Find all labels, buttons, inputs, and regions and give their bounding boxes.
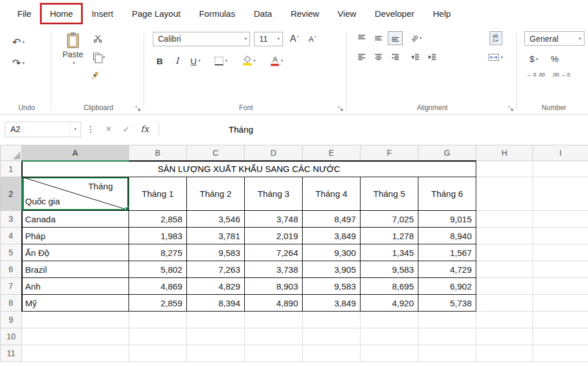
cancel-button[interactable]: × [100,124,117,134]
cell-B8[interactable]: 2,859 [129,295,187,312]
cell-F6[interactable]: 9,583 [361,261,418,278]
cell-D8[interactable]: 4,890 [245,295,303,312]
cell-G11[interactable] [418,345,476,362]
decrease-font-size-button[interactable]: Aˇ [306,32,319,46]
select-all-button[interactable] [1,145,22,161]
tab-view[interactable]: View [328,3,365,24]
cell-H2[interactable] [476,177,533,211]
cell-I3[interactable] [533,211,588,228]
increase-font-size-button[interactable]: Aˆ [287,31,302,46]
cell-G10[interactable] [418,328,476,345]
cell-G6[interactable]: 4,729 [418,261,476,278]
cell-I9[interactable] [533,312,588,328]
cell-G2[interactable]: Tháng 6 [418,177,476,211]
cell-C4[interactable]: 3,781 [187,228,245,244]
cell-B5[interactable]: 8,275 [129,244,187,261]
column-header-F[interactable]: F [361,145,418,161]
row-header-10[interactable]: 10 [1,328,22,345]
tab-page-layout[interactable]: Page Layout [123,3,190,24]
tab-developer[interactable]: Developer [366,3,424,24]
redo-button[interactable]: ↷▾ [9,56,28,71]
cell-H8[interactable] [476,295,533,312]
tab-data[interactable]: Data [244,3,281,24]
tab-review[interactable]: Review [281,3,328,24]
bold-button[interactable]: B [153,54,167,68]
cell-H9[interactable] [476,312,533,328]
cell-H3[interactable] [476,211,533,228]
formula-input[interactable]: Tháng [164,125,583,134]
cell-A2-selected[interactable]: ThángQuốc gia [22,177,129,211]
cell-C2[interactable]: Tháng 2 [187,177,245,211]
row-header-1[interactable]: 1 [1,161,22,177]
row-header-2[interactable]: 2 [1,177,22,211]
merge-center-button[interactable]: ▾ [486,52,506,63]
cell-B4[interactable]: 1,983 [129,228,187,244]
cell-A5[interactable]: Ấn Độ [22,244,129,261]
percent-style-button[interactable]: % [548,52,561,66]
row-header-8[interactable]: 8 [1,295,22,312]
align-top-button[interactable] [354,31,369,45]
cell-H10[interactable] [476,328,533,345]
cell-E10[interactable] [303,328,361,345]
column-header-G[interactable]: G [418,145,476,161]
cell-B3[interactable]: 2,858 [129,211,187,228]
fill-color-button[interactable]: ▾ [240,54,259,68]
cell-C11[interactable] [187,345,245,362]
font-dialog-launcher[interactable] [338,106,344,112]
cell-H4[interactable] [476,228,533,244]
cell-E9[interactable] [303,312,361,328]
paste-button[interactable]: Paste ▾ [63,31,83,83]
cell-F3[interactable]: 7,025 [361,211,418,228]
cell-B11[interactable] [129,345,187,362]
tab-file[interactable]: File [8,3,41,24]
increase-decimal-button[interactable]: ←.0 .00 [527,72,545,78]
chevron-down-icon[interactable]: ▾ [69,122,80,137]
cell-E6[interactable]: 3,905 [303,261,361,278]
cell-F10[interactable] [361,328,418,345]
cell-I5[interactable] [533,244,588,261]
cell-I1[interactable] [533,161,588,177]
cell-F5[interactable]: 1,345 [361,244,418,261]
cell-D11[interactable] [245,345,303,362]
cell-A4[interactable]: Pháp [22,228,129,244]
tab-insert[interactable]: Insert [82,3,123,24]
align-middle-button[interactable] [371,31,386,45]
align-center-button[interactable] [371,50,386,64]
cell-B10[interactable] [129,328,187,345]
cell-D3[interactable]: 3,748 [245,211,303,228]
row-header-9[interactable]: 9 [1,312,22,328]
cell-D6[interactable]: 3,738 [245,261,303,278]
cell-D9[interactable] [245,312,303,328]
name-box[interactable]: A2 ▾ [5,122,81,137]
cell-H1[interactable] [476,161,533,177]
copy-button[interactable]: ▾ [90,50,108,64]
row-header-5[interactable]: 5 [1,244,22,261]
cell-E5[interactable]: 9,300 [303,244,361,261]
formula-bar-grip[interactable] [90,126,91,133]
enter-button[interactable]: ✓ [117,125,135,134]
cell-D5[interactable]: 7,264 [245,244,303,261]
cell-H5[interactable] [476,244,533,261]
column-header-I[interactable]: I [533,145,588,161]
column-header-C[interactable]: C [187,145,245,161]
cell-B7[interactable]: 4,869 [129,278,187,295]
cell-D10[interactable] [245,328,303,345]
cell-E8[interactable]: 3,849 [303,295,361,312]
cell-A3[interactable]: Canada [22,211,129,228]
tab-home[interactable]: Home [41,3,82,24]
cell-A8[interactable]: Mỹ [22,295,129,312]
cell-C9[interactable] [187,312,245,328]
underline-button[interactable]: U▾ [188,54,203,68]
cell-G7[interactable]: 6,902 [418,278,476,295]
cell-G9[interactable] [418,312,476,328]
cell-I2[interactable] [533,177,588,211]
cell-I10[interactable] [533,328,588,345]
font-color-button[interactable]: A▾ [268,54,286,68]
cell-H7[interactable] [476,278,533,295]
cell-G3[interactable]: 9,015 [418,211,476,228]
cell-C3[interactable]: 3,546 [187,211,245,228]
cell-F11[interactable] [361,345,418,362]
cell-E3[interactable]: 8,497 [303,211,361,228]
cell-C7[interactable]: 4,829 [187,278,245,295]
cell-D2[interactable]: Tháng 3 [245,177,303,211]
